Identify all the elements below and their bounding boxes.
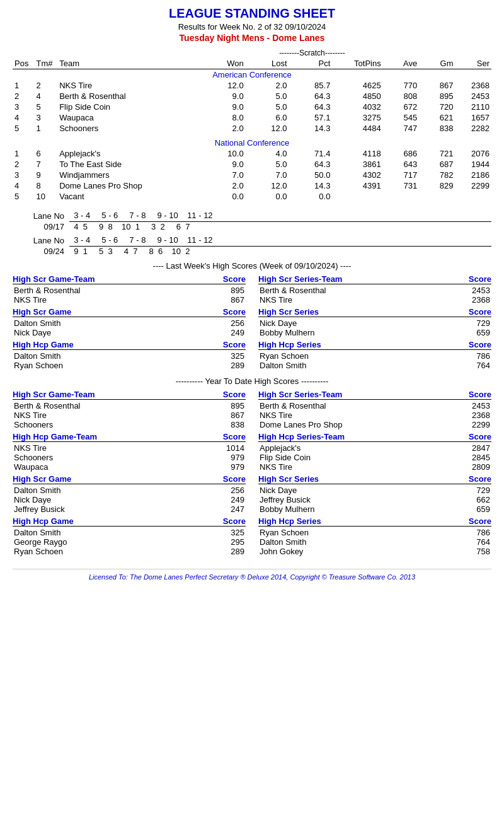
- list-item: Schooners979: [13, 453, 246, 462]
- score-category-ytd-hhg-team: High Hcp Game-TeamScoreNKS Tire1014Schoo…: [13, 432, 246, 472]
- score-category-lw-hss: High Scr SeriesScoreNick Daye729Bobby Mu…: [258, 307, 491, 337]
- ytd-scores-grid: High Scr Game-TeamScoreBerth & Rosenthal…: [13, 390, 491, 559]
- list-item: Bobby Mulhern659: [258, 328, 491, 337]
- table-row: 24Berth & Rosenthal9.05.064.348508088952…: [13, 91, 491, 102]
- page-title: LEAGUE STANDING SHEET: [13, 6, 491, 21]
- national_conference-header: National Conference: [13, 137, 491, 148]
- list-item: Jeffrey Busick662: [258, 495, 491, 504]
- table-row: 16Applejack's10.04.071.441186867212076: [13, 148, 491, 159]
- list-item: NKS Tire867: [13, 410, 246, 420]
- list-item: Ryan Schoen289: [13, 361, 246, 370]
- table-row: 12NKS Tire12.02.085.746257708672368: [13, 80, 491, 91]
- list-item: Waupaca979: [13, 462, 246, 472]
- score-category-ytd-hhs: High Hcp SeriesScoreRyan Schoen786Dalton…: [258, 516, 491, 556]
- list-item: Berth & Rosenthal2453: [258, 286, 491, 295]
- list-item: Schooners838: [13, 420, 246, 429]
- last-week-scores-grid: High Scr Game-TeamScoreBerth & Rosenthal…: [13, 274, 491, 373]
- score-category-ytd-hhs-team: High Hcp Series-TeamScoreApplejack's2847…: [258, 432, 491, 472]
- list-item: Nick Daye249: [13, 495, 246, 504]
- list-item: Dome Lanes Pro Shop2299: [258, 420, 491, 429]
- col-pct: Pct: [289, 58, 333, 69]
- col-ave: Ave: [383, 58, 419, 69]
- list-item: Nick Daye729: [258, 486, 491, 495]
- score-category-lw-hhs: High Hcp SeriesScoreRyan Schoen786Dalton…: [258, 340, 491, 370]
- list-item: NKS Tire2809: [258, 462, 491, 472]
- lane-date-1: 09/17: [13, 222, 69, 232]
- list-item: NKS Tire1014: [13, 443, 246, 453]
- list-item: Dalton Smith256: [13, 318, 246, 328]
- list-item: Dalton Smith764: [258, 361, 491, 370]
- subtitle2: Tuesday Night Mens - Dome Lanes: [13, 33, 491, 43]
- lane-nums-1: 4 5 9 8 10 1 3 2 6 7: [69, 222, 491, 232]
- american_conference-header: American Conference: [13, 69, 491, 81]
- score-category-lw-hsg: High Scr GameScoreDalton Smith256Nick Da…: [13, 307, 246, 337]
- list-item: Berth & Rosenthal895: [13, 401, 246, 410]
- lane-assignments: Lane No 3 - 4 5 - 6 7 - 8 9 - 10 11 - 12…: [13, 211, 491, 256]
- list-item: Berth & Rosenthal895: [13, 286, 246, 295]
- scratch-header: --------Scratch--------: [13, 48, 383, 58]
- list-item: Dalton Smith325: [13, 528, 246, 537]
- lane-values-1: 3 - 4 5 - 6 7 - 8 9 - 10 11 - 12: [69, 211, 491, 222]
- score-category-ytd-hsg-team: High Scr Game-TeamScoreBerth & Rosenthal…: [13, 390, 246, 429]
- list-item: NKS Tire867: [13, 295, 246, 305]
- ytd-title: ---------- Year To Date High Scores ----…: [13, 376, 491, 386]
- col-lost: Lost: [246, 58, 289, 69]
- col-gm: Gm: [419, 58, 455, 69]
- list-item: Dalton Smith325: [13, 351, 246, 361]
- list-item: Flip Side Coin2845: [258, 453, 491, 462]
- score-category-lw-hsg-team: High Scr Game-TeamScoreBerth & Rosenthal…: [13, 274, 246, 305]
- list-item: Ryan Schoen786: [258, 351, 491, 361]
- score-category-ytd-hhg: High Hcp GameScoreDalton Smith325George …: [13, 516, 246, 556]
- table-row: 51Schooners2.012.014.344847478382282: [13, 123, 491, 134]
- list-item: Dalton Smith764: [258, 537, 491, 547]
- footer-license: Licensed To: The Dome Lanes Perfect Secr…: [13, 569, 491, 581]
- table-row: 27To The East Side9.05.064.3386164368719…: [13, 159, 491, 170]
- lane-date-2: 09/24: [13, 247, 69, 257]
- list-item: George Raygo295: [13, 537, 246, 547]
- score-category-ytd-hss: High Scr SeriesScoreNick Daye729Jeffrey …: [258, 474, 491, 514]
- table-row: 48Dome Lanes Pro Shop2.012.014.343917318…: [13, 180, 491, 191]
- subtitle: Results for Week No. 2 of 32 09/10/2024: [13, 22, 491, 32]
- list-item: Applejack's2847: [258, 443, 491, 453]
- score-category-lw-hhg: High Hcp GameScoreDalton Smith325Ryan Sc…: [13, 340, 246, 370]
- list-item: Ryan Schoen289: [13, 547, 246, 556]
- list-item: Dalton Smith256: [13, 486, 246, 495]
- table-row: 510Vacant0.00.00.0: [13, 191, 491, 202]
- list-item: Bobby Mulhern659: [258, 504, 491, 514]
- list-item: NKS Tire2368: [258, 295, 491, 305]
- list-item: Nick Daye249: [13, 328, 246, 337]
- score-category-ytd-hss-team: High Scr Series-TeamScoreBerth & Rosenth…: [258, 390, 491, 429]
- lane-nums-2: 9 1 5 3 4 7 8 6 10 2: [69, 247, 491, 257]
- table-row: 43Waupaca8.06.057.132755456211657: [13, 112, 491, 123]
- col-tm: Tm#: [34, 58, 57, 69]
- lane-no-label-2: Lane No: [13, 235, 69, 247]
- col-ser: Ser: [455, 58, 491, 69]
- list-item: Jeffrey Busick247: [13, 504, 246, 514]
- standings-table: --------Scratch-------- Pos Tm# Team Won…: [13, 48, 491, 206]
- list-item: Nick Daye729: [258, 318, 491, 328]
- last-week-title: ---- Last Week's High Scores (Week of 09…: [13, 261, 491, 271]
- list-item: John Gokey758: [258, 547, 491, 556]
- list-item: Ryan Schoen786: [258, 528, 491, 537]
- lane-values-2: 3 - 4 5 - 6 7 - 8 9 - 10 11 - 12: [69, 235, 491, 247]
- table-row: 35Flip Side Coin9.05.064.340326727202110: [13, 102, 491, 112]
- col-won: Won: [202, 58, 246, 69]
- score-category-lw-hss-team: High Scr Series-TeamScoreBerth & Rosenth…: [258, 274, 491, 305]
- table-row: 39Windjammers7.07.050.043027177822186: [13, 170, 491, 180]
- list-item: NKS Tire2368: [258, 410, 491, 420]
- lane-no-label-1: Lane No: [13, 211, 69, 222]
- col-totpins: TotPins: [332, 58, 382, 69]
- col-team: Team: [57, 58, 202, 69]
- score-category-ytd-hsg: High Scr GameScoreDalton Smith256Nick Da…: [13, 474, 246, 514]
- col-pos: Pos: [13, 58, 34, 69]
- list-item: Berth & Rosenthal2453: [258, 401, 491, 410]
